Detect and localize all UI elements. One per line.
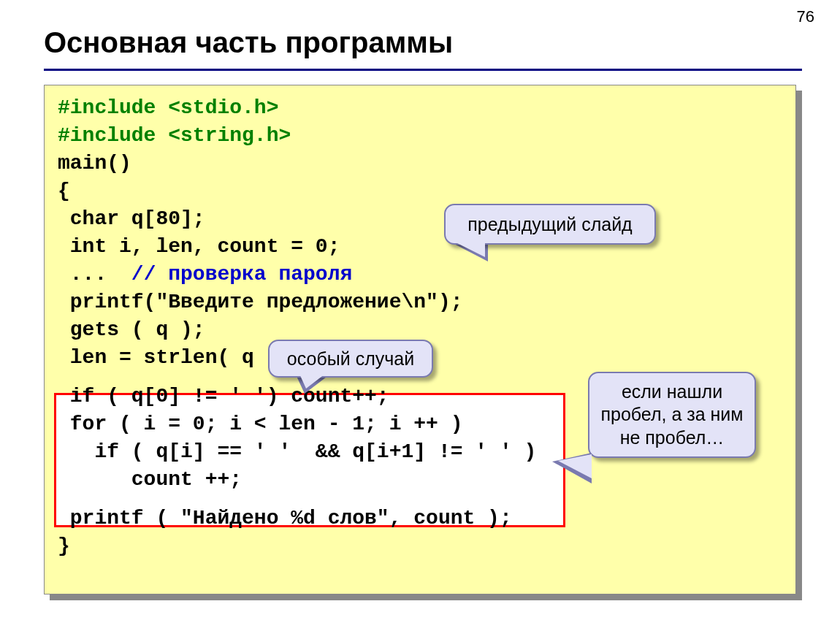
code-l7b: // проверка пароля [131,263,352,286]
code-l4: { [58,177,782,205]
callout-3-tail-fill [558,454,592,478]
code-l8: printf("Введите предложение\n"); [58,288,782,316]
code-l2a: #include [58,124,168,147]
code-l7a: ... [58,263,131,286]
code-l2b: <string.h> [168,124,291,147]
page-title: Основная часть программы [44,26,453,59]
code-l16: } [58,532,782,560]
highlight-box [54,393,565,527]
code-l5: char q[80]; [58,205,782,233]
callout-special-case: особый случай [268,340,433,378]
code-l1b: <stdio.h> [168,96,278,119]
title-rule [44,69,802,71]
callout-found-space: если нашли пробел, а за ним не пробел… [588,372,756,458]
callout-2-tail-fill [299,374,325,389]
code-l1a: #include [58,96,168,119]
code-l6: int i, len, count = 0; [58,233,782,261]
code-l3: main() [58,150,782,177]
page-number: 76 [797,7,814,26]
callout-1-tail-fill [453,241,485,257]
callout-previous-slide: предыдущий слайд [444,204,656,245]
